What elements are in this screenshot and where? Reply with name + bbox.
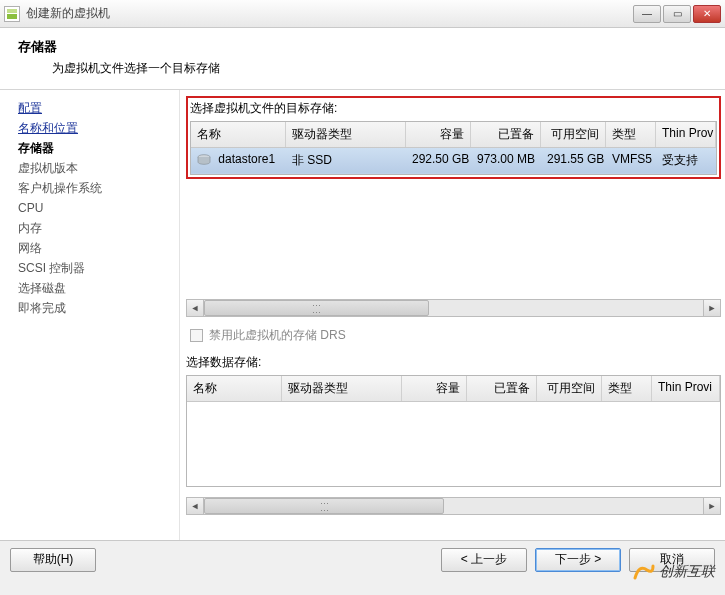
minimize-button[interactable]: — (633, 5, 661, 23)
back-button[interactable]: < 上一步 (441, 548, 527, 572)
app-icon (4, 6, 20, 22)
col-capacity[interactable]: 容量 (406, 122, 471, 147)
wizard-footer: 帮助(H) < 上一步 下一步 > 取消 (0, 540, 725, 578)
scroll2-right-arrow-icon[interactable]: ► (703, 498, 720, 514)
disable-drs-checkbox[interactable] (190, 329, 203, 342)
sidebar-step-cpu: CPU (18, 198, 173, 218)
col2-name[interactable]: 名称 (187, 376, 282, 401)
secondary-table: 名称 驱动器类型 容量 已置备 可用空间 类型 Thin Provi (186, 375, 721, 487)
cell-name-text: datastore1 (218, 152, 275, 166)
cell-free: 291.55 GB (541, 148, 606, 173)
wizard-content: 选择虚拟机文件的目标存储: 名称 驱动器类型 容量 已置备 可用空间 类型 Th… (180, 90, 725, 540)
close-button[interactable]: ✕ (693, 5, 721, 23)
help-button[interactable]: 帮助(H) (10, 548, 96, 572)
sidebar-step-finish: 即将完成 (18, 298, 173, 318)
datastore-table-empty-area (186, 189, 721, 289)
col-drive-type[interactable]: 驱动器类型 (286, 122, 406, 147)
datastore-table-body: datastore1 非 SSD 292.50 GB 973.00 MB 291… (191, 148, 716, 174)
sidebar-step-scsi: SCSI 控制器 (18, 258, 173, 278)
col-type[interactable]: 类型 (606, 122, 656, 147)
sidebar-step-storage[interactable]: 存储器 (18, 138, 173, 158)
scroll2-left-arrow-icon[interactable]: ◄ (187, 498, 204, 514)
sidebar-step-vm-version: 虚拟机版本 (18, 158, 173, 178)
secondary-table-header: 名称 驱动器类型 容量 已置备 可用空间 类型 Thin Provi (187, 376, 720, 402)
sidebar-step-disk: 选择磁盘 (18, 278, 173, 298)
highlight-box: 选择虚拟机文件的目标存储: 名称 驱动器类型 容量 已置备 可用空间 类型 Th… (186, 96, 721, 179)
secondary-table-body (187, 402, 720, 486)
cell-type: VMFS5 (606, 148, 656, 173)
col2-free[interactable]: 可用空间 (537, 376, 602, 401)
sidebar-step-config[interactable]: 配置 (18, 98, 173, 118)
secondary-hscroll[interactable]: ◄ ► (186, 497, 721, 515)
cell-name: datastore1 (191, 148, 286, 173)
col2-type[interactable]: 类型 (602, 376, 652, 401)
next-button[interactable]: 下一步 > (535, 548, 621, 572)
sidebar-step-name-location[interactable]: 名称和位置 (18, 118, 173, 138)
select-datastore-label: 选择虚拟机文件的目标存储: (190, 100, 717, 117)
datastore-hscroll[interactable]: ◄ ► (186, 299, 721, 317)
sidebar-step-guest-os: 客户机操作系统 (18, 178, 173, 198)
datastore-icon (197, 154, 211, 166)
scroll-left-arrow-icon[interactable]: ◄ (187, 300, 204, 316)
col-name[interactable]: 名称 (191, 122, 286, 147)
col-thin[interactable]: Thin Prov (656, 122, 716, 147)
col2-drive-type[interactable]: 驱动器类型 (282, 376, 402, 401)
scroll-right-arrow-icon[interactable]: ► (703, 300, 720, 316)
main-area: 配置 名称和位置 存储器 虚拟机版本 客户机操作系统 CPU 内存 网络 SCS… (0, 90, 725, 540)
col2-provisioned[interactable]: 已置备 (467, 376, 537, 401)
titlebar: 创建新的虚拟机 — ▭ ✕ (0, 0, 725, 28)
cell-provisioned: 973.00 MB (471, 148, 541, 173)
scroll-thumb[interactable] (204, 300, 429, 316)
disable-drs-label: 禁用此虚拟机的存储 DRS (209, 327, 346, 344)
datastore-table: 名称 驱动器类型 容量 已置备 可用空间 类型 Thin Prov dat (190, 121, 717, 175)
maximize-button[interactable]: ▭ (663, 5, 691, 23)
scroll-track[interactable] (204, 300, 703, 316)
scroll2-thumb[interactable] (204, 498, 444, 514)
col-free[interactable]: 可用空间 (541, 122, 606, 147)
wizard-sidebar: 配置 名称和位置 存储器 虚拟机版本 客户机操作系统 CPU 内存 网络 SCS… (0, 90, 180, 540)
window-title: 创建新的虚拟机 (26, 5, 633, 22)
wizard-header: 存储器 为虚拟机文件选择一个目标存储 (0, 28, 725, 89)
col2-capacity[interactable]: 容量 (402, 376, 467, 401)
sidebar-step-network: 网络 (18, 238, 173, 258)
scroll2-track[interactable] (204, 498, 703, 514)
cancel-button[interactable]: 取消 (629, 548, 715, 572)
cell-capacity: 292.50 GB (406, 148, 471, 173)
page-subtitle: 为虚拟机文件选择一个目标存储 (52, 60, 707, 77)
page-title: 存储器 (18, 38, 707, 56)
sidebar-step-memory: 内存 (18, 218, 173, 238)
datastore-row[interactable]: datastore1 非 SSD 292.50 GB 973.00 MB 291… (191, 148, 716, 174)
datastore-table-header: 名称 驱动器类型 容量 已置备 可用空间 类型 Thin Prov (191, 122, 716, 148)
disable-drs-row: 禁用此虚拟机的存储 DRS (186, 327, 721, 344)
cell-thin: 受支持 (656, 148, 716, 173)
cell-drive-type: 非 SSD (286, 148, 406, 173)
col-provisioned[interactable]: 已置备 (471, 122, 541, 147)
secondary-select-label: 选择数据存储: (186, 354, 721, 371)
col2-thin[interactable]: Thin Provi (652, 376, 720, 401)
